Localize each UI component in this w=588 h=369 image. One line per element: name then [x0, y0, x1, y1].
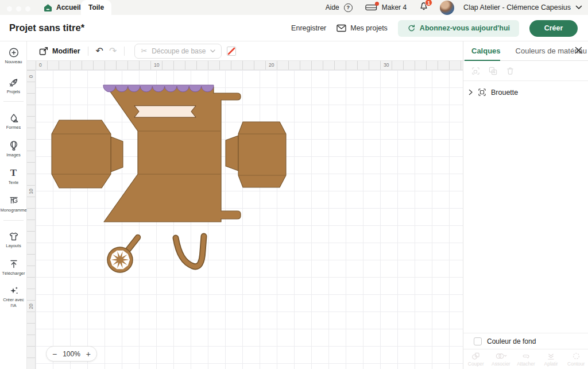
window-dot-2[interactable] [16, 6, 21, 11]
v-ruler-label-10: 10 [28, 188, 34, 195]
help-icon[interactable]: ? [344, 3, 353, 12]
layer-name: Brouette [491, 89, 518, 97]
subscribe-button[interactable]: Abonnez-vous aujourd'hui [398, 20, 519, 37]
sidebar-label-formes: Formes [6, 125, 21, 130]
horizontal-ruler: 0 10 20 30 [27, 61, 463, 70]
sidebar-divider-1 [3, 101, 24, 102]
action-combine-label: Associer [492, 361, 510, 367]
canvas-toolbar: Modifier ↶ ↷ ✂ Découpe de base [27, 41, 463, 61]
redo-button[interactable]: ↷ [109, 47, 117, 56]
contour-icon [572, 352, 581, 360]
sidebar-label-layouts: Layouts [6, 243, 21, 249]
create-button[interactable]: Créer [529, 20, 578, 37]
save-label: Enregistrer [291, 24, 326, 32]
my-projects-button[interactable]: Mes projets [336, 24, 388, 32]
scissors-icon: ✂ [141, 47, 147, 55]
v-ruler-label-0: 0 [28, 73, 34, 80]
handle-shape[interactable] [176, 236, 204, 267]
background-color-checkbox[interactable] [474, 337, 482, 345]
layer-actions-row [463, 61, 588, 81]
linetype-dropdown[interactable]: ✂ Découpe de base [134, 44, 222, 59]
group-icon [478, 88, 486, 97]
close-panel-icon[interactable] [575, 47, 582, 54]
expand-chevron-icon[interactable] [469, 89, 473, 95]
upload-icon [9, 259, 19, 269]
tab-home[interactable]: Accueil [39, 0, 86, 15]
account-name[interactable]: Clap Atelier - Clémence Capesius [463, 3, 571, 11]
notifications-button[interactable]: 1 [419, 2, 428, 13]
shapes-icon [9, 113, 19, 123]
sidebar-label-telecharger: Télécharger [2, 271, 25, 276]
layer-row-brouette[interactable]: Brouette [463, 81, 588, 97]
action-combine[interactable]: Associer [489, 349, 514, 369]
tshirt-icon [9, 231, 19, 241]
color-swatch[interactable] [227, 47, 236, 56]
home-icon [44, 3, 52, 12]
zoom-in-button[interactable]: + [86, 350, 91, 358]
refresh-icon [407, 24, 415, 32]
avatar[interactable] [440, 1, 454, 15]
action-slice[interactable]: Couper [463, 349, 489, 369]
window-dot-1[interactable] [7, 6, 12, 11]
edit-selection-icon [39, 47, 48, 56]
zoom-out-button[interactable]: − [52, 350, 57, 358]
topbar: Accueil Toile Aide ? Maker 4 1 Clap Atel… [0, 0, 588, 15]
ribbon-shape[interactable] [134, 106, 196, 117]
tab-layers[interactable]: Calques [471, 47, 501, 55]
trash-icon[interactable] [506, 67, 514, 75]
sidebar-item-texte[interactable]: T Texte [0, 168, 27, 186]
wheelbarrow-design[interactable] [27, 61, 463, 369]
sidebar-label-texte: Texte [9, 180, 19, 186]
chevron-down-icon[interactable] [575, 5, 582, 10]
toolbar-divider-2 [124, 47, 125, 56]
sidebar-label-images: Images [6, 152, 21, 158]
tab-canvas[interactable]: Toile [81, 0, 111, 15]
sidebar-item-formes[interactable]: Formes [0, 113, 27, 130]
active-tab-underline [465, 60, 500, 62]
sidebar: Nouveau Projets Formes [0, 41, 27, 369]
h-ruler-label-30: 30 [384, 62, 389, 68]
machine-button[interactable] [365, 3, 377, 11]
window-dot-3[interactable] [25, 6, 30, 11]
duplicate-icon[interactable] [489, 67, 497, 75]
h-ruler-label-0: 0 [39, 62, 42, 68]
canvas-tab-label: Toile [88, 3, 104, 11]
sidebar-label-projets: Projets [7, 89, 20, 95]
sidebar-item-layouts[interactable]: Layouts [0, 231, 27, 249]
sidebar-label-creer-ia: Créer avec l'IA [1, 297, 27, 309]
action-contour[interactable]: Contour [563, 349, 588, 369]
h-ruler-label-20: 20 [269, 62, 274, 68]
machine-label[interactable]: Maker 4 [382, 3, 407, 11]
design-canvas[interactable]: 0 10 20 30 0 10 20 [27, 61, 463, 369]
action-attach[interactable]: Attacher [513, 349, 539, 369]
scallop-trim-shape[interactable] [103, 85, 214, 92]
side-panel-left-shape[interactable] [52, 120, 123, 188]
notification-badge: 1 [425, 0, 432, 6]
sidebar-item-monogramme[interactable]: Monogramme [0, 195, 27, 213]
layers-panel: Calques Couleurs de matériau [463, 41, 588, 369]
zoom-control[interactable]: − 100% + [46, 346, 97, 362]
wheel-shape[interactable] [107, 237, 138, 272]
edit-button[interactable]: Modifier [39, 47, 80, 56]
background-color-row: Couleur de fond [463, 333, 588, 349]
sidebar-item-images[interactable]: Images [0, 140, 27, 158]
sidebar-item-telecharger[interactable]: Télécharger [0, 259, 27, 276]
home-label: Accueil [56, 3, 81, 11]
wheelbarrow-body-shape[interactable] [104, 87, 241, 222]
save-button[interactable]: Enregistrer [291, 24, 326, 32]
sparkles-icon [9, 285, 19, 295]
select-all-icon[interactable] [471, 67, 480, 75]
sidebar-item-creer-ia[interactable]: Créer avec l'IA [0, 285, 27, 309]
side-panel-right-shape[interactable] [226, 122, 286, 187]
help-label[interactable]: Aide [326, 3, 339, 11]
sidebar-label-nouveau: Nouveau [5, 59, 22, 65]
toolbar-divider-1 [88, 47, 88, 56]
my-projects-label: Mes projets [350, 24, 388, 32]
sidebar-item-nouveau[interactable]: Nouveau [0, 47, 27, 65]
undo-button[interactable]: ↶ [96, 47, 103, 56]
action-contour-label: Contour [567, 361, 585, 367]
background-color-label: Couleur de fond [487, 337, 536, 345]
balloon-icon [9, 140, 19, 151]
sidebar-item-projets[interactable]: Projets [0, 77, 27, 95]
action-flatten[interactable]: Aplatir [539, 349, 564, 369]
